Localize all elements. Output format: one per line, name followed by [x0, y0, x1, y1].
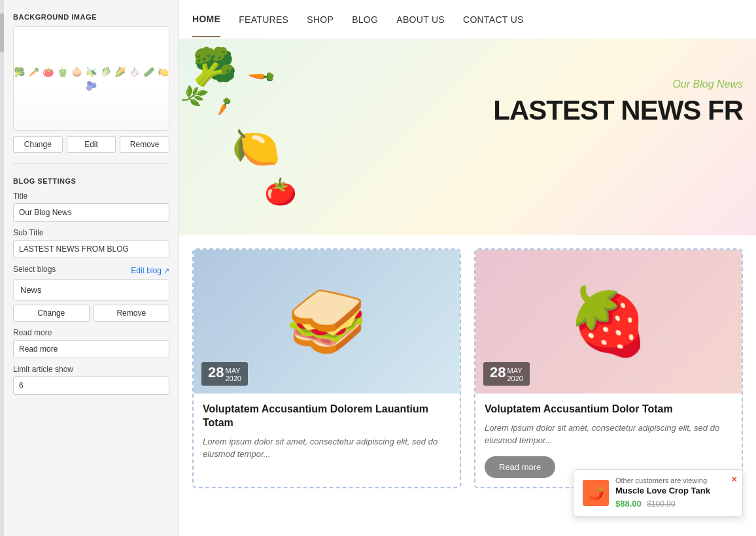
change-blog-button[interactable]: Change — [13, 305, 90, 322]
blog-cards-section: 🥪 28 MAY 2020 Voluptatem Accusantium Dol… — [179, 235, 756, 501]
title-input[interactable] — [13, 203, 169, 222]
remove-blog-button[interactable]: Remove — [94, 305, 170, 322]
popup-product-icon: 🌶️ — [588, 485, 604, 501]
external-link-icon: ↗ — [163, 267, 169, 275]
date-month-2: MAY — [507, 367, 523, 375]
limit-article-label: Limit article show — [13, 365, 169, 374]
card-excerpt-1: Lorem ipsum dolor sit amet, consectetur … — [203, 435, 451, 461]
popup-product-name[interactable]: Muscle Love Crop Tank — [615, 486, 733, 495]
carrot-icon-2: 🥕 — [213, 95, 235, 118]
limit-article-input[interactable] — [13, 377, 169, 395]
nav-item-contact[interactable]: CONTACT US — [463, 3, 524, 37]
date-year-2: 2020 — [507, 375, 523, 382]
lime-icon: 🍋 — [232, 124, 281, 171]
latest-news-heading: LASTEST NEWS FR — [493, 95, 743, 126]
date-badge-1: 28 MAY 2020 — [201, 362, 248, 386]
broccoli-icon: 🥦 — [192, 46, 237, 88]
our-blog-news-label: Our Blog News — [493, 78, 743, 90]
hero-food-decorations: 🥦 🥕 🥕 🌿 🍋 🍅 — [179, 39, 756, 235]
read-more-field-label: Read more — [13, 328, 169, 337]
subtitle-field-label: Sub Title — [13, 228, 169, 237]
sandwich-icon: 🥪 — [286, 283, 368, 360]
card-excerpt-2: Lorem ipsum dolor sit amet, consectetur … — [485, 422, 732, 447]
hero-text-block: Our Blog News LASTEST NEWS FR — [493, 78, 743, 126]
card-image-1: 🥪 28 MAY 2020 — [194, 250, 460, 394]
carrot-icon-1: 🥕 — [247, 60, 278, 92]
image-preview-inner: 🥦🥕🍅🫑 🧅🫒🥬🌽 🧄🥒🍋🫐 — [14, 27, 169, 130]
date-month-1: MAY — [225, 367, 241, 375]
nav-item-shop[interactable]: SHOP — [307, 3, 334, 37]
popup-close-button[interactable]: × — [732, 474, 737, 484]
card-image-2: 🍓 28 MAY 2020 — [475, 250, 742, 394]
popup-product-image: 🌶️ — [583, 480, 609, 506]
nav-item-features[interactable]: FEATURES — [239, 3, 288, 37]
nav-item-about[interactable]: ABOUT US — [396, 3, 445, 37]
popup-banner: × 🌶️ Other customers are viewing Muscle … — [573, 469, 743, 516]
card-title-1: Voluptatem Accusantium Dolorem Lauantium… — [203, 403, 451, 430]
nav-item-blog[interactable]: BLOG — [352, 3, 378, 37]
blog-card-2: 🍓 28 MAY 2020 Voluptatem Accusantium Dol… — [474, 248, 743, 488]
card-title-2: Voluptatem Accusantium Dolor Totam — [485, 403, 732, 416]
tomato-icon: 🍅 — [264, 176, 297, 207]
select-blogs-label: Select blogs — [13, 265, 56, 274]
hero-section: 🥦 🥕 🥕 🌿 🍋 🍅 Our Blog News LASTEST NEWS F… — [179, 39, 756, 235]
select-blogs-header: Select blogs Edit blog ↗ — [13, 265, 169, 276]
subtitle-input[interactable] — [13, 240, 169, 258]
blog-settings-label: BLOG SETTINGS — [13, 177, 169, 185]
date-day-2: 28 — [490, 365, 506, 380]
date-badge-2: 28 MAY 2020 — [483, 362, 530, 386]
change-image-button[interactable]: Change — [13, 136, 63, 153]
left-settings-panel: Background Image 🥦🥕🍅🫑 🧅🫒🥬🌽 🧄🥒🍋🫐 Change E… — [4, 0, 179, 536]
strawberry-bowl-icon: 🍓 — [568, 283, 649, 360]
card-body-1: Voluptatem Accusantium Dolorem Lauantium… — [194, 394, 460, 479]
edit-image-button[interactable]: Edit — [67, 136, 116, 153]
right-preview-panel: HOME FEATURES SHOP BLOG ABOUT US CONTACT… — [179, 0, 756, 536]
blog-item-news: News — [13, 279, 169, 301]
popup-price-sale: $88.00 — [615, 499, 642, 509]
date-day-1: 28 — [208, 365, 224, 380]
nav-item-home[interactable]: HOME — [192, 2, 220, 37]
read-more-button-2[interactable]: Read more — [485, 456, 555, 478]
popup-text-block: Other customers are viewing Muscle Love … — [615, 477, 733, 509]
background-image-label: Background Image — [13, 13, 169, 21]
edit-blog-link[interactable]: Edit blog ↗ — [131, 266, 169, 275]
background-image-preview: 🥦🥕🍅🫑 🧅🫒🥬🌽 🧄🥒🍋🫐 — [13, 26, 169, 131]
navigation-bar: HOME FEATURES SHOP BLOG ABOUT US CONTACT… — [179, 0, 756, 39]
read-more-input[interactable] — [13, 340, 169, 358]
image-action-buttons: Change Edit Remove — [13, 136, 169, 153]
title-field-label: Title — [13, 192, 169, 201]
blog-action-buttons: Change Remove — [13, 305, 169, 322]
remove-image-button[interactable]: Remove — [120, 136, 169, 153]
scrollbar[interactable] — [0, 0, 4, 536]
popup-price-original: $100.00 — [647, 499, 675, 509]
date-year-1: 2020 — [225, 375, 241, 382]
blog-card-1: 🥪 28 MAY 2020 Voluptatem Accusantium Dol… — [192, 248, 461, 488]
popup-viewing-text: Other customers are viewing — [615, 477, 733, 484]
